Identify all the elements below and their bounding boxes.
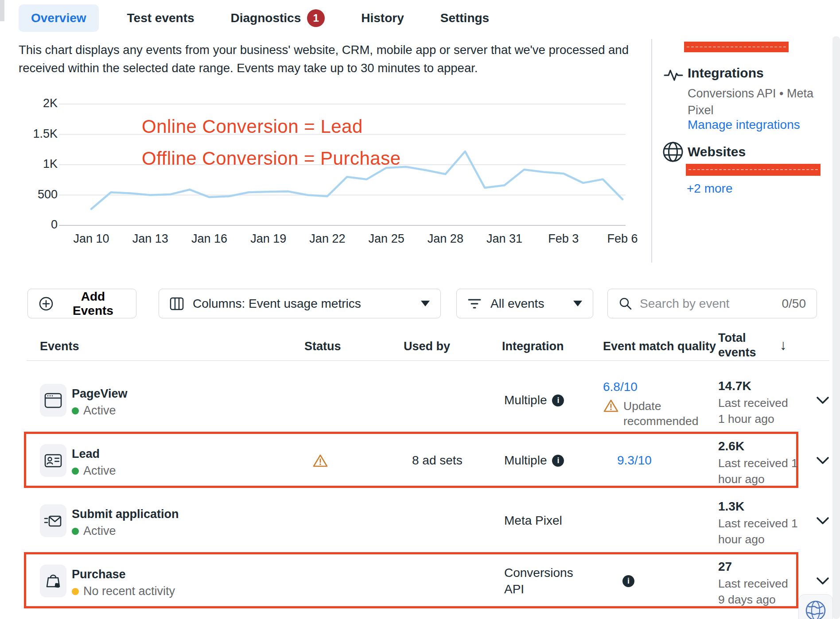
table-row-lead[interactable]: Lead Active 8 ad sets Multiple i 9.3/10 … xyxy=(27,430,829,491)
search-char-counter: 0/50 xyxy=(782,297,806,311)
inactive-status-dot xyxy=(72,588,79,595)
event-status: No recent activity xyxy=(72,584,175,598)
row-expand-chevron-icon[interactable] xyxy=(816,517,829,527)
emq-note: Update recommended xyxy=(623,398,699,429)
col-header-used-by[interactable]: Used by xyxy=(404,340,450,353)
annotation-online-conversion: Online Conversion = Lead xyxy=(142,116,363,137)
event-status: Active xyxy=(72,404,116,418)
event-status: Active xyxy=(72,464,116,478)
event-status: Active xyxy=(72,524,116,538)
sources-sidebar: Integrations Conversions API • Meta Pixe… xyxy=(660,39,834,269)
more-websites-link[interactable]: +2 more xyxy=(687,182,733,196)
activity-waveform-icon xyxy=(664,66,683,86)
event-name: Purchase xyxy=(72,568,126,581)
integration-cell: Meta Pixel xyxy=(504,491,611,551)
manage-integrations-link[interactable]: Manage integrations xyxy=(688,118,800,132)
total-events-cell: 27 Last received9 days ago xyxy=(718,560,807,607)
columns-dropdown[interactable]: Columns: Event usage metrics xyxy=(159,289,441,318)
search-input[interactable] xyxy=(640,297,777,311)
x-tick-label: Jan 22 xyxy=(298,232,357,246)
filter-icon xyxy=(467,297,482,310)
integrations-subtext: Conversions API • Meta Pixel xyxy=(688,85,825,119)
chevron-down-icon xyxy=(421,301,430,306)
shopping-bag-icon xyxy=(40,565,66,597)
total-events-cell: 14.7K Last received1 hour ago xyxy=(718,379,807,427)
annotation-offline-conversion: Offline Conversion = Purchase xyxy=(142,148,401,169)
emq-score-link[interactable]: 9.3/10 xyxy=(617,453,714,468)
total-events-cell: 2.6K Last received 1hour ago xyxy=(718,439,807,487)
active-status-dot xyxy=(72,468,79,475)
websites-heading: Websites xyxy=(688,144,746,159)
x-tick-label: Jan 16 xyxy=(180,232,238,246)
sort-descending-icon[interactable]: ↓ xyxy=(780,337,787,353)
table-header-row: Events Status Used by Integration Event … xyxy=(27,330,829,361)
x-tick-label: Jan 19 xyxy=(239,232,298,246)
search-icon xyxy=(618,297,633,311)
events-table: Events Status Used by Integration Event … xyxy=(27,330,829,611)
warning-triangle-icon xyxy=(603,398,619,415)
y-tick-label: 1.5K xyxy=(4,127,58,141)
table-row-pageview[interactable]: PageView Active Multiple i 6.8/10 Update… xyxy=(27,370,829,430)
sidebar-divider xyxy=(651,39,652,263)
emq-cell: 6.8/10 Update recommended xyxy=(603,380,714,429)
y-tick-label: 0 xyxy=(4,218,58,232)
x-tick-label: Feb 3 xyxy=(534,232,593,246)
send-mail-icon xyxy=(40,504,66,537)
contact-card-icon xyxy=(40,444,66,477)
col-header-total-events[interactable]: Total events xyxy=(718,331,762,360)
integrations-heading: Integrations xyxy=(688,66,764,81)
x-tick-label: Jan 28 xyxy=(416,232,474,246)
event-name: Lead xyxy=(72,447,100,461)
event-filter-dropdown[interactable]: All events xyxy=(456,289,593,318)
col-header-status[interactable]: Status xyxy=(304,340,341,353)
browser-window-icon xyxy=(40,384,66,417)
event-name: Submit application xyxy=(72,507,179,521)
integration-cell: Multiple i xyxy=(504,370,611,430)
x-tick-label: Jan 31 xyxy=(475,232,534,246)
columns-icon xyxy=(170,297,184,311)
info-icon[interactable]: i xyxy=(552,395,564,406)
x-tick-label: Jan 13 xyxy=(121,232,179,246)
vertical-scrollbar[interactable] xyxy=(832,36,840,619)
x-tick-label: Jan 25 xyxy=(357,232,416,246)
integration-cell: Conversions API xyxy=(504,551,584,611)
add-events-button[interactable]: Add Events xyxy=(27,289,136,318)
table-row-purchase[interactable]: Purchase No recent activity Conversions … xyxy=(27,551,829,611)
col-header-integration[interactable]: Integration xyxy=(502,340,564,353)
row-expand-chevron-icon[interactable] xyxy=(816,396,829,406)
total-events-cell: 1.3K Last received 1hour ago xyxy=(718,499,807,547)
x-tick-label: Feb 6 xyxy=(593,232,652,246)
redaction-bar xyxy=(684,42,789,52)
globe-icon xyxy=(662,141,684,165)
active-status-dot xyxy=(72,528,79,535)
redaction-bar xyxy=(686,164,821,176)
col-header-emq[interactable]: Event match quality xyxy=(603,340,716,353)
browser-globe-button[interactable] xyxy=(798,594,833,619)
emq-cell: 9.3/10 xyxy=(603,453,714,468)
info-icon[interactable]: i xyxy=(622,575,634,587)
plus-circle-icon xyxy=(39,296,54,311)
globe-earth-icon xyxy=(805,600,827,619)
y-tick-label: 1K xyxy=(4,157,58,171)
emq-score-link[interactable]: 6.8/10 xyxy=(603,380,714,394)
col-header-events[interactable]: Events xyxy=(40,340,79,353)
info-icon[interactable]: i xyxy=(552,455,564,467)
chevron-down-icon xyxy=(573,301,582,306)
active-status-dot xyxy=(72,407,79,414)
table-row-submit-application[interactable]: Submit application Active Meta Pixel 1.3… xyxy=(27,491,829,551)
event-name: PageView xyxy=(72,387,128,401)
row-expand-chevron-icon[interactable] xyxy=(816,457,829,467)
red-highlight-box xyxy=(24,552,798,608)
search-box[interactable]: 0/50 xyxy=(607,289,817,318)
x-tick-label: Jan 10 xyxy=(62,232,121,246)
y-tick-label: 500 xyxy=(4,188,58,201)
integration-cell: Multiple i xyxy=(504,430,611,491)
status-warning-triangle-icon[interactable] xyxy=(312,453,328,470)
used-by-cell: 8 ad sets xyxy=(412,453,463,468)
row-expand-chevron-icon[interactable] xyxy=(816,577,829,587)
y-tick-label: 2K xyxy=(4,97,58,110)
